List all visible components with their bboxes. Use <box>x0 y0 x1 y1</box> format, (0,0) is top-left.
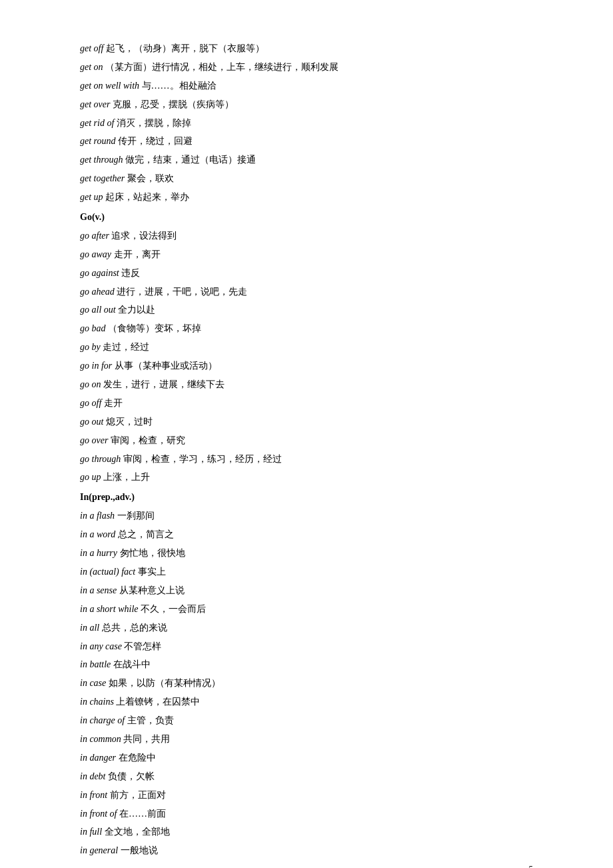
phrase: go bad <box>80 323 106 333</box>
definition: 前方，正面对 <box>107 790 166 800</box>
phrase: in a flash <box>80 511 115 521</box>
definition: 一般地说 <box>118 845 158 855</box>
definition: 上着镣铐，在囚禁中 <box>114 697 201 707</box>
definition: 与……。相处融洽 <box>139 81 217 91</box>
definition: 事实上 <box>135 567 166 577</box>
phrase: get off <box>80 43 103 53</box>
phrase: in a short while <box>80 604 139 614</box>
definition: 从事（某种事业或活动） <box>112 361 217 371</box>
list-item: in front 前方，正面对 <box>80 787 533 804</box>
list-item: in front of 在……前面 <box>80 805 533 823</box>
definition: 不久，一会而后 <box>139 604 207 614</box>
list-item: get over 克服，忍受，摆脱（疾病等） <box>80 96 533 113</box>
definition: 匆忙地，很快地 <box>117 548 185 558</box>
list-item: in debt 负债，欠帐 <box>80 768 533 785</box>
list-item: in case 如果，以防（有某种情况） <box>80 675 533 692</box>
definition: 起床，站起来，举办 <box>103 192 190 202</box>
phrase: in danger <box>80 753 116 763</box>
list-item: go by 走过，经过 <box>80 339 533 356</box>
phrase: go ahead <box>80 287 115 297</box>
list-item: in danger 在危险中 <box>80 749 533 767</box>
list-item: get together 聚会，联欢 <box>80 170 533 187</box>
phrase: go out <box>80 417 103 427</box>
phrase: in case <box>80 678 106 688</box>
phrase: get over <box>80 99 110 109</box>
page-number: 5 <box>529 863 534 868</box>
definition: 总共，总的来说 <box>99 623 167 633</box>
phrase: go against <box>80 268 119 278</box>
definition: 传开，绕过，回避 <box>116 136 193 146</box>
definition: 违反 <box>119 268 141 278</box>
definition: 主管，负责 <box>125 715 174 725</box>
list-item: get through 做完，结束，通过（电话）接通 <box>80 151 533 169</box>
phrase: go after <box>80 231 109 241</box>
list-item: in a short while 不久，一会而后 <box>80 601 533 618</box>
definition: （食物等）变坏，坏掉 <box>106 323 202 333</box>
definition: 总之，简言之 <box>115 529 174 539</box>
definition: 走开 <box>101 398 123 408</box>
definition: 全力以赴 <box>116 305 156 315</box>
definition: 如果，以防（有某种情况） <box>106 678 221 688</box>
list-item: go after 追求，设法得到 <box>80 227 533 245</box>
phrase: in a hurry <box>80 548 117 558</box>
list-item: in charge of 主管，负责 <box>80 712 533 729</box>
definition: 在……前面 <box>117 809 167 819</box>
list-item: go in for 从事（某种事业或活动） <box>80 357 533 375</box>
list-item: get on （某方面）进行情况，相处，上车，继续进行，顺利发展 <box>80 59 533 76</box>
definition: 克服，忍受，摆脱（疾病等） <box>110 99 234 109</box>
list-item: go against 违反 <box>80 265 533 282</box>
phrase: in front of <box>80 809 117 819</box>
list-item: go all out 全力以赴 <box>80 301 533 319</box>
phrase: go on <box>80 379 101 389</box>
phrase: get through <box>80 155 123 165</box>
section-header: In(prep.,adv.) <box>80 489 533 506</box>
definition: 不管怎样 <box>122 641 162 651</box>
phrase: go up <box>80 472 101 482</box>
definition: 进行，进展，干吧，说吧，先走 <box>115 287 248 297</box>
definition: 走开，离开 <box>111 249 161 259</box>
list-item: in a word 总之，简言之 <box>80 526 533 543</box>
list-item: get off 起飞，（动身）离开，脱下（衣服等） <box>80 40 533 57</box>
phrase: in a word <box>80 529 115 539</box>
phrase: go all out <box>80 305 116 315</box>
definition: 从某种意义上说 <box>117 585 185 595</box>
list-item: in a sense 从某种意义上说 <box>80 582 533 599</box>
list-item: go up 上涨，上升 <box>80 469 533 486</box>
list-item: go out 熄灭，过时 <box>80 413 533 431</box>
definition: 走过，经过 <box>101 342 150 352</box>
list-item: go bad （食物等）变坏，坏掉 <box>80 320 533 337</box>
phrase: go over <box>80 435 108 445</box>
page-content: get off 起飞，（动身）离开，脱下（衣服等）get on （某方面）进行情… <box>0 0 613 868</box>
list-item: go off 走开 <box>80 395 533 412</box>
list-item: in common 共同，共用 <box>80 731 533 748</box>
definition: 一刹那间 <box>115 511 155 521</box>
definition: 审阅，检查，学习，练习，经历，经过 <box>121 454 282 464</box>
phrase: in debt <box>80 771 106 781</box>
phrase: go away <box>80 249 111 259</box>
list-item: in all 总共，总的来说 <box>80 619 533 637</box>
phrase: in general <box>80 845 118 855</box>
phrase: get together <box>80 173 125 183</box>
phrase: in full <box>80 827 102 837</box>
list-item: in battle 在战斗中 <box>80 656 533 673</box>
definition: 负债，欠帐 <box>106 771 155 781</box>
phrase: in charge of <box>80 715 125 725</box>
phrase: get on <box>80 62 103 72</box>
definition: 审阅，检查，研究 <box>108 435 185 445</box>
phrase: in common <box>80 734 121 744</box>
definition: 共同，共用 <box>121 734 171 744</box>
list-item: in full 全文地，全部地 <box>80 823 533 841</box>
list-item: go away 走开，离开 <box>80 246 533 263</box>
list-item: in (actual) fact 事实上 <box>80 563 533 581</box>
phrase: go by <box>80 342 101 352</box>
phrase: go in for <box>80 361 112 371</box>
phrase: in front <box>80 790 107 800</box>
list-item: get rid of 消灭，摆脱，除掉 <box>80 115 533 132</box>
list-item: go ahead 进行，进展，干吧，说吧，先走 <box>80 283 533 301</box>
definition: 全文地，全部地 <box>102 827 170 837</box>
section-header: Go(v.) <box>80 209 533 226</box>
list-item: get round 传开，绕过，回避 <box>80 133 533 150</box>
list-item: in general 一般地说 <box>80 842 533 859</box>
phrase: in a sense <box>80 585 117 595</box>
phrase: get on well with <box>80 81 139 91</box>
